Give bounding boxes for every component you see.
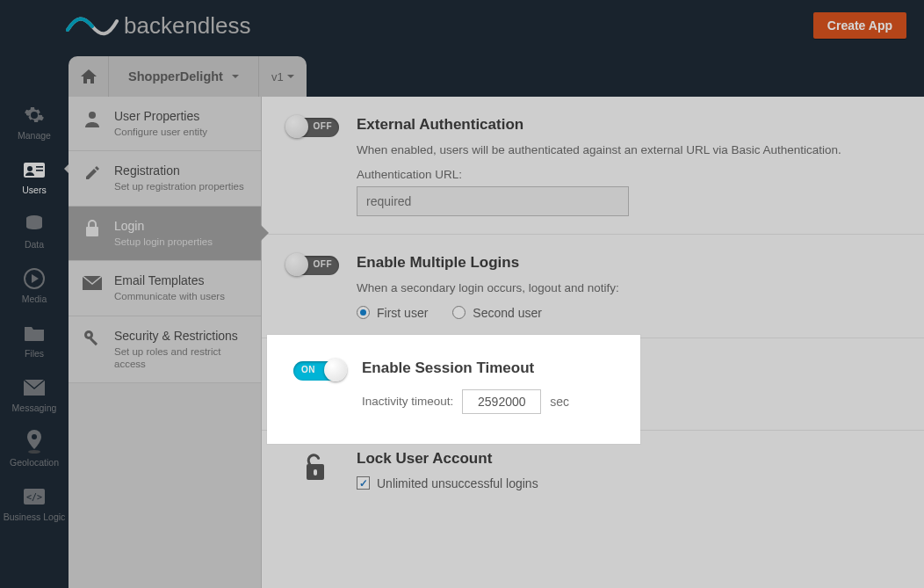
submenu-desc: Set up roles and restrict access xyxy=(114,345,247,371)
logo-text-1: back xyxy=(124,12,172,39)
radio-dot-icon xyxy=(452,306,466,319)
radio-label: Second user xyxy=(473,306,542,320)
svg-point-7 xyxy=(32,434,37,439)
logo-text-2: endless xyxy=(172,12,251,39)
rail-files[interactable]: Files xyxy=(0,320,69,360)
checkbox-label: Unlimited unsuccessful logins xyxy=(377,476,538,490)
submenu-user-properties[interactable]: User PropertiesConfigure user entity xyxy=(69,97,261,151)
radio-dot-icon xyxy=(357,306,370,319)
unlimited-logins-checkbox[interactable]: ✓ xyxy=(357,476,370,490)
submenu-title: Email Templates xyxy=(114,273,225,287)
version-selector[interactable]: v1 xyxy=(259,56,307,97)
app-selector[interactable]: ShopperDelight xyxy=(109,56,259,97)
auth-url-input[interactable] xyxy=(357,186,629,216)
chevron-down-icon xyxy=(287,75,294,78)
submenu-title: Security & Restrictions xyxy=(114,329,247,343)
rail-geolocation[interactable]: Geolocation xyxy=(0,429,69,469)
person-icon xyxy=(83,109,102,128)
envelope-icon xyxy=(23,376,46,399)
inactivity-timeout-input[interactable] xyxy=(462,389,541,414)
swoosh-icon xyxy=(66,14,119,37)
radio-first-user[interactable]: First user xyxy=(357,306,428,320)
rail-messaging[interactable]: Messaging xyxy=(0,374,69,415)
rail-label: Users xyxy=(22,185,46,195)
submenu-title: User Properties xyxy=(114,109,207,123)
section-title: Enable Multiple Logins xyxy=(357,254,898,272)
folder-icon xyxy=(23,322,46,345)
toggle-external-auth[interactable]: OFF xyxy=(288,118,339,137)
section-desc: When a secondary login occurs, logout an… xyxy=(357,280,898,297)
rail-manage[interactable]: Manage xyxy=(0,102,69,142)
rail-label: Messaging xyxy=(12,403,57,413)
submenu-registration[interactable]: RegistrationSet up registration properti… xyxy=(69,151,261,206)
submenu-title: Registration xyxy=(114,163,244,178)
rail-label: Manage xyxy=(18,130,51,141)
svg-rect-3 xyxy=(36,170,43,171)
submenu-email-templates[interactable]: Email TemplatesCommunicate with users xyxy=(69,261,261,316)
pencil-icon xyxy=(83,163,102,183)
id-card-icon xyxy=(23,158,46,181)
logo: backendless xyxy=(66,12,251,40)
svg-rect-18 xyxy=(314,469,317,475)
rail-label: Data xyxy=(25,239,44,250)
radio-label: First user xyxy=(377,306,428,320)
toggle-knob xyxy=(285,253,308,276)
svg-point-1 xyxy=(27,166,32,171)
submenu-desc: Set up registration properties xyxy=(114,180,244,192)
svg-rect-12 xyxy=(86,227,98,236)
create-app-button[interactable]: Create App xyxy=(813,12,906,39)
code-icon: </> xyxy=(23,485,46,508)
svg-rect-2 xyxy=(36,166,43,168)
gear-icon xyxy=(23,104,46,127)
svg-point-15 xyxy=(87,333,90,337)
svg-point-11 xyxy=(89,112,96,119)
toggle-label: ON xyxy=(301,365,315,374)
svg-text:</>: </> xyxy=(26,492,42,502)
submenu-desc: Configure user entity xyxy=(114,126,207,138)
submenu-column: User PropertiesConfigure user entity Reg… xyxy=(69,97,262,588)
rail-label: Geolocation xyxy=(10,457,59,468)
top-header: backendless Create App xyxy=(0,0,924,51)
svg-point-8 xyxy=(28,450,40,454)
rail-label: Media xyxy=(22,294,47,304)
pin-icon xyxy=(23,431,46,454)
rail-media[interactable]: Media xyxy=(0,265,69,306)
section-multiple-logins: OFF Enable Multiple Logins When a second… xyxy=(262,235,924,338)
lock-icon xyxy=(83,219,102,238)
toggle-label: OFF xyxy=(314,121,333,131)
section-desc: When enabled, users will be authenticate… xyxy=(357,142,898,159)
toggle-multiple-logins[interactable]: OFF xyxy=(288,256,339,275)
rail-users[interactable]: Users xyxy=(0,156,69,197)
unlocked-icon xyxy=(298,450,331,487)
chevron-down-icon xyxy=(232,75,239,78)
rail-label: Business Logic xyxy=(4,512,66,522)
submenu-security[interactable]: Security & RestrictionsSet up roles and … xyxy=(69,316,261,384)
rail-data[interactable]: Data xyxy=(0,211,69,251)
inactivity-timeout-label: Inactivity timeout: xyxy=(362,395,453,408)
submenu-desc: Setup login properties xyxy=(114,236,213,248)
rail-business-logic[interactable]: </> Business Logic xyxy=(0,483,69,524)
svg-rect-16 xyxy=(90,338,97,345)
radio-second-user[interactable]: Second user xyxy=(452,306,542,320)
database-icon xyxy=(23,213,46,236)
submenu-title: Login xyxy=(114,219,213,233)
toggle-knob xyxy=(324,359,347,381)
toggle-label: OFF xyxy=(314,259,333,269)
toggle-knob xyxy=(285,115,308,138)
envelope-icon xyxy=(83,273,102,293)
version-label: v1 xyxy=(271,70,284,83)
timeout-unit: sec xyxy=(550,395,569,409)
home-icon xyxy=(81,69,97,83)
auth-url-label: Authentication URL: xyxy=(357,168,898,181)
section-title: Enable Session Timeout xyxy=(362,359,614,377)
toggle-session-timeout[interactable]: ON xyxy=(293,361,344,381)
key-icon xyxy=(83,329,102,348)
app-name-label: ShopperDelight xyxy=(128,69,223,83)
spotlight-session-timeout: ON Enable Session Timeout Inactivity tim… xyxy=(267,335,640,444)
section-title: Lock User Account xyxy=(357,450,898,468)
submenu-login[interactable]: LoginSetup login properties xyxy=(69,207,261,261)
app-home-button[interactable] xyxy=(69,56,109,97)
nav-rail: Manage Users Data Media Files Messaging … xyxy=(0,102,69,524)
submenu-desc: Communicate with users xyxy=(114,290,225,302)
section-external-auth: OFF External Authentication When enabled… xyxy=(262,97,924,235)
